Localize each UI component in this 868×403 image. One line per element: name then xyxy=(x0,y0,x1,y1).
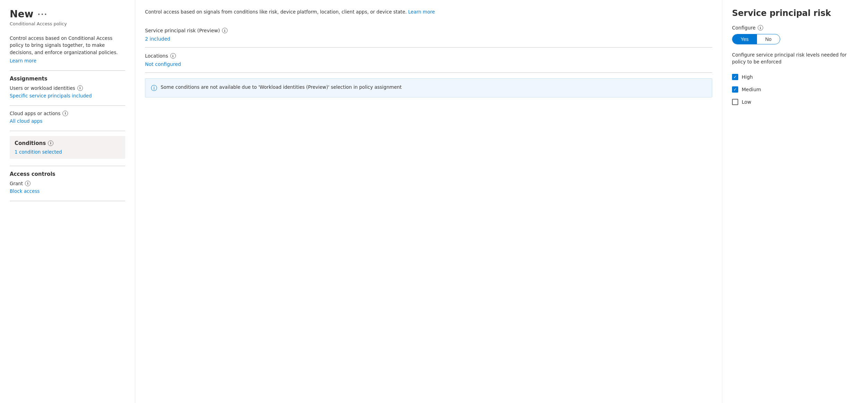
locations-info-icon[interactable]: ℹ xyxy=(170,53,176,59)
grant-label: Grant ℹ xyxy=(10,181,125,186)
page-title: New xyxy=(10,8,33,20)
configure-description: Configure service principal risk levels … xyxy=(732,51,858,66)
ellipsis-menu[interactable]: ··· xyxy=(37,10,48,18)
middle-description: Control access based on signals from con… xyxy=(145,8,712,15)
high-checkbox-row[interactable]: ✓ High xyxy=(732,74,858,80)
cloud-apps-value[interactable]: All cloud apps xyxy=(10,118,42,124)
yes-no-toggle[interactable]: Yes No xyxy=(732,34,780,44)
users-value[interactable]: Specific service principals included xyxy=(10,93,92,98)
locations-header: Locations ℹ xyxy=(145,53,712,59)
high-checkbox[interactable]: ✓ xyxy=(732,74,738,80)
configure-label: Configure ℹ xyxy=(732,25,858,31)
low-checkbox-row[interactable]: ✓ Low xyxy=(732,99,858,105)
info-box-icon: ⓘ xyxy=(151,84,157,92)
cloud-apps-label: Cloud apps or actions ℹ xyxy=(10,111,125,116)
yes-button[interactable]: Yes xyxy=(732,34,757,44)
learn-more-link-left[interactable]: Learn more xyxy=(10,58,36,63)
locations-row[interactable]: Locations ℹ Not configured xyxy=(145,48,712,73)
info-message-box: ⓘ Some conditions are not available due … xyxy=(145,78,712,97)
grant-value[interactable]: Block access xyxy=(10,188,40,194)
assignments-label: Assignments xyxy=(10,76,125,82)
page-title-area: New ··· xyxy=(10,8,125,20)
left-description: Control access based on Conditional Acce… xyxy=(10,35,125,56)
page-subtitle: Conditional Access policy xyxy=(10,21,125,26)
service-principal-risk-header: Service principal risk (Preview) ℹ xyxy=(145,28,712,33)
low-label: Low xyxy=(742,99,751,105)
no-button[interactable]: No xyxy=(757,34,780,44)
service-principal-risk-row[interactable]: Service principal risk (Preview) ℹ 2 inc… xyxy=(145,22,712,48)
medium-checkbox-row[interactable]: ✓ Medium xyxy=(732,86,858,93)
service-principal-risk-value[interactable]: 2 included xyxy=(145,36,170,42)
conditions-value[interactable]: 1 condition selected xyxy=(15,149,62,155)
info-box-text: Some conditions are not available due to… xyxy=(161,84,402,91)
divider-access-controls xyxy=(10,166,125,166)
conditions-section[interactable]: Conditions ℹ 1 condition selected xyxy=(10,136,125,159)
access-controls-label: Access controls xyxy=(10,171,125,177)
service-principal-info-icon[interactable]: ℹ xyxy=(222,28,228,33)
right-panel-title: Service principal risk xyxy=(732,8,858,18)
high-check-icon: ✓ xyxy=(733,75,737,79)
divider-cloud-apps xyxy=(10,105,125,106)
grant-info-icon[interactable]: ℹ xyxy=(25,181,31,186)
low-checkbox[interactable]: ✓ xyxy=(732,99,738,105)
conditions-header: Conditions ℹ xyxy=(15,140,120,146)
users-info-icon[interactable]: ℹ xyxy=(77,85,83,91)
conditions-info-icon[interactable]: ℹ xyxy=(48,140,53,146)
divider-conditions xyxy=(10,131,125,131)
high-label: High xyxy=(742,74,753,80)
medium-checkbox[interactable]: ✓ xyxy=(732,86,738,93)
medium-label: Medium xyxy=(742,87,761,92)
divider-assignments xyxy=(10,70,125,71)
cloud-apps-info-icon[interactable]: ℹ xyxy=(62,111,68,116)
learn-more-link-middle[interactable]: Learn more xyxy=(408,9,435,15)
users-label: Users or workload identities ℹ xyxy=(10,85,125,91)
medium-check-icon: ✓ xyxy=(733,87,737,92)
divider-bottom xyxy=(10,201,125,201)
configure-info-icon[interactable]: ℹ xyxy=(758,25,763,31)
locations-value[interactable]: Not configured xyxy=(145,61,181,67)
